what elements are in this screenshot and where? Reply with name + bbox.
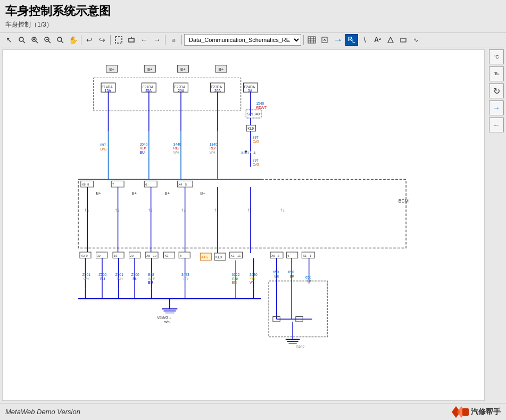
svg-text:BK: BK [275,274,279,278]
svg-rect-79 [78,180,406,248]
left-arrow-btn[interactable]: ← [489,117,504,132]
zoom-in-btn[interactable] [29,34,40,46]
svg-text:897: 897 [253,158,259,162]
cursor-btn[interactable]: ↖ [3,34,15,46]
svg-text:B98: B98 [148,273,154,276]
zoom-out-btn[interactable] [42,34,53,46]
svg-text:897: 897 [100,143,106,147]
svg-text:897: 897 [253,136,259,139]
svg-text:20: 20 [130,254,134,257]
schematic-dropdown[interactable]: Data_Communication_Schematics_REF [184,34,301,46]
export-btn[interactable] [319,34,330,46]
svg-text:ATG: ATG [201,255,208,259]
svg-text:G202: G202 [296,345,305,349]
svg-text:650: 650 [305,275,311,279]
svg-text:20A: 20A [178,89,184,93]
svg-text:O/G: O/G [253,163,259,166]
svg-text:VT: VT [250,281,254,284]
nav-prev-btn[interactable]: ← [138,34,150,46]
main-title: 车身控制系统示意图 [5,3,501,19]
svg-text:B+: B+ [219,67,224,72]
svg-text:O/G: O/G [100,147,106,151]
svg-text:WH/: WH/ [148,277,155,281]
main-canvas[interactable]: B+ B+ B+ B+ F14DA 15A F21DA [2,49,485,401]
svg-text:B+: B+ [109,67,114,72]
ec-btn[interactable]: °EC [489,66,504,81]
svg-text:B+: B+ [131,191,137,196]
svg-rect-190 [269,281,327,337]
svg-text:B+: B+ [164,191,170,196]
line-btn[interactable]: \ [359,34,371,46]
redo-btn[interactable]: ↪ [96,34,108,46]
pan-btn[interactable]: ✋ [67,34,79,46]
nav-next-btn[interactable]: → [151,34,163,46]
fit-btn[interactable] [113,34,125,46]
rotate-btn[interactable]: ↻ [489,83,504,98]
zoom-area-btn[interactable] [16,34,28,46]
svg-text:X1: X1 [303,254,306,257]
svg-text:3440: 3440 [173,142,181,146]
svg-text:KL9: KL9 [215,255,222,259]
svg-text:X8: X8 [82,183,86,186]
svg-text:↑↓: ↑↓ [115,207,120,213]
svg-line-1 [23,41,25,43]
svg-text:5A: 5A [248,89,253,93]
svg-text:BU: BU [140,150,145,154]
svg-text:GY: GY [184,277,189,281]
svg-text:↑↓: ↑↓ [181,207,186,213]
svg-line-3 [36,41,38,43]
svg-text:RD/: RD/ [210,146,216,150]
zoom-window-btn[interactable] [126,34,137,46]
svg-text:B+: B+ [96,191,102,196]
svg-text:3: 3 [277,254,279,257]
brand-name: 汽修帮手 [471,407,501,417]
sep4 [181,35,182,45]
signal-btn[interactable]: ≋ [168,34,179,46]
sep1 [81,35,81,45]
svg-text:7: 7 [112,183,114,186]
svg-text:650: 650 [273,270,279,274]
shape-btn[interactable] [385,34,396,46]
svg-text:2040: 2040 [140,142,148,146]
arrow-right-toolbar[interactable]: → [331,34,344,46]
svg-text:F21DA: F21DA [142,85,153,89]
svg-rect-22 [401,38,406,42]
right-panel: °C °EC ↻ → ← [487,47,506,403]
svg-point-9 [57,37,62,41]
rect-btn[interactable] [397,34,409,46]
svg-text:V6M/G→: V6M/G→ [157,316,171,320]
undo-btn[interactable]: ↩ [84,34,95,46]
rl-button[interactable]: RL [345,34,358,45]
svg-text:WH: WH [173,150,179,154]
svg-text:KL9: KL9 [247,127,254,130]
svg-text:3473: 3473 [181,273,189,276]
svg-rect-11 [115,37,122,43]
svg-text:Z501: Z501 [82,273,90,276]
svg-line-10 [61,41,63,43]
svg-text:Z501: Z501 [115,273,123,276]
brand-logo-icon [452,406,469,418]
svg-text:BU: BU [100,277,105,281]
svg-text:8: 8 [180,254,181,257]
svg-text:F14DA: F14DA [102,85,113,89]
svg-text:SP1940: SP1940 [247,112,260,116]
text-btn[interactable]: A² [372,34,384,46]
celsius-btn[interactable]: °C [489,49,504,64]
svg-text:WH: WH [210,150,215,154]
sep3 [165,35,165,45]
svg-text:X1: X1 [231,254,235,257]
svg-text:F23DA: F23DA [211,85,222,89]
svg-text:RD/VT: RD/VT [256,106,267,110]
svg-text:4: 4 [254,151,256,155]
table-btn[interactable] [306,34,318,46]
svg-text:3630: 3630 [250,273,258,276]
svg-text:X3: X3 [81,254,85,257]
search-btn[interactable] [54,34,66,46]
svg-text:X5: X5 [146,254,150,257]
svg-text:↑↓: ↑↓ [85,207,90,213]
wave-btn[interactable]: ∿ [410,34,422,46]
svg-text:X3: X3 [164,254,168,257]
right-arrow-btn[interactable]: → [489,100,504,115]
svg-text:WH: WH [84,277,89,281]
svg-text:1: 1 [310,254,311,257]
